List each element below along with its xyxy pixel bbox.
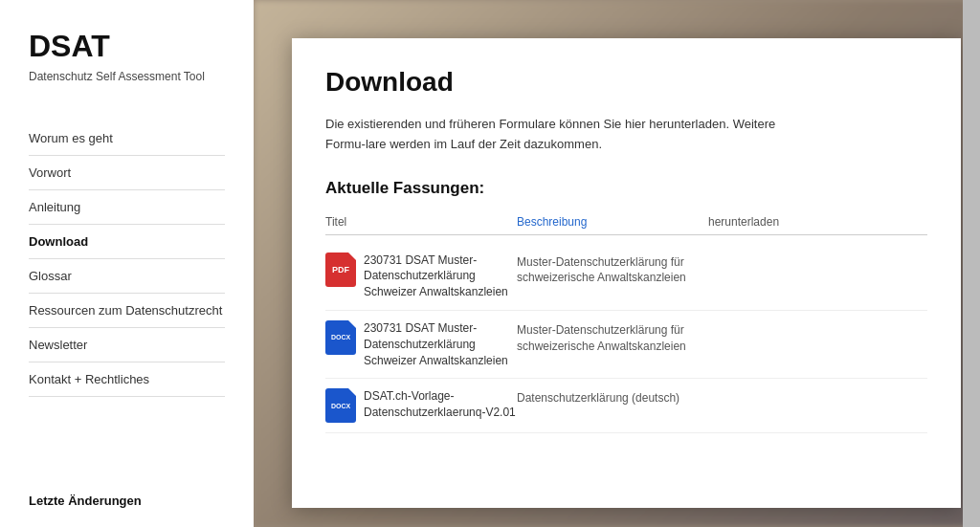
sidebar-item-glossar[interactable]: Glossar <box>29 259 225 294</box>
page-title: Download <box>325 67 927 98</box>
app-logo: DSAT <box>29 29 225 64</box>
col-description: Beschreibung <box>517 215 708 229</box>
file-entry-1: PDF 230731 DSAT Muster-Datenschutzerklär… <box>325 253 517 300</box>
table-row: DOCX 230731 DSAT Muster-Datenschutzerklä… <box>325 311 927 379</box>
sidebar-item-newsletter[interactable]: Newsletter <box>29 328 225 362</box>
sidebar-link-glossar[interactable]: Glossar <box>29 259 225 293</box>
file-name-3[interactable]: DSAT.ch-Vorlage-Datenschutzerklaerunq-V2… <box>364 388 517 421</box>
table-header: Titel Beschreibung herunterladen <box>325 209 927 235</box>
col-title: Titel <box>325 215 517 229</box>
sidebar-nav: Worum es geht Vorwort Anleitung Download… <box>29 121 225 397</box>
sidebar-link-newsletter[interactable]: Newsletter <box>29 328 225 362</box>
table-row: DOCX DSAT.ch-Vorlage-Datenschutzerklaeru… <box>325 379 927 433</box>
main-area: Download Die existierenden und früheren … <box>254 0 980 527</box>
file-desc-1: Muster-Datenschutzerklärung für schweize… <box>517 253 708 287</box>
doc-icon: DOCX <box>325 320 356 355</box>
file-entry-2: DOCX 230731 DSAT Muster-Datenschutzerklä… <box>325 320 517 368</box>
file-desc-2: Muster-Datenschutzerklärung für schweize… <box>517 320 708 355</box>
sidebar-item-kontakt[interactable]: Kontakt + Rechtliches <box>29 362 225 397</box>
sidebar-item-ressourcen[interactable]: Ressourcen zum Datenschutzrecht <box>29 294 225 328</box>
file-name-2[interactable]: 230731 DSAT Muster-Datenschutzerklärung … <box>364 320 517 368</box>
sidebar-link-kontakt[interactable]: Kontakt + Rechtliches <box>29 362 225 396</box>
file-entry-3: DOCX DSAT.ch-Vorlage-Datenschutzerklaeru… <box>325 388 517 423</box>
sidebar-item-vorwort[interactable]: Vorwort <box>29 156 225 190</box>
doc-label-2: DOCX <box>331 403 350 410</box>
doc-label: DOCX <box>331 334 350 341</box>
pdf-label: PDF <box>332 265 349 274</box>
sidebar-item-download[interactable]: Download <box>29 225 225 259</box>
table-row: PDF 230731 DSAT Muster-Datenschutzerklär… <box>325 243 927 311</box>
col-download: herunterladen <box>708 215 852 229</box>
pdf-icon: PDF <box>325 253 356 287</box>
right-edge <box>963 0 980 527</box>
sidebar-letzte-aenderungen: Letzte Änderungen <box>29 474 225 508</box>
sidebar-link-vorwort[interactable]: Vorwort <box>29 156 225 189</box>
sidebar-link-ressourcen[interactable]: Ressourcen zum Datenschutzrecht <box>29 294 225 327</box>
sidebar-link-worum[interactable]: Worum es geht <box>29 121 225 155</box>
content-card: Download Die existierenden und früheren … <box>292 38 961 508</box>
file-desc-3: Datenschutzerklärung (deutsch) <box>517 388 708 406</box>
sidebar-item-worum[interactable]: Worum es geht <box>29 121 225 156</box>
file-name-1[interactable]: 230731 DSAT Muster-Datenschutzerklärung … <box>364 253 517 300</box>
doc-icon-2: DOCX <box>325 388 356 423</box>
section-heading: Aktuelle Fassungen: <box>325 179 927 198</box>
app-tagline: Datenschutz Self Assessment Tool <box>29 70 225 83</box>
sidebar-link-anleitung[interactable]: Anleitung <box>29 190 225 224</box>
sidebar-item-anleitung[interactable]: Anleitung <box>29 190 225 225</box>
sidebar-link-download[interactable]: Download <box>29 225 225 258</box>
sidebar: DSAT Datenschutz Self Assessment Tool Wo… <box>0 0 254 527</box>
page-description: Die existierenden und früheren Formulare… <box>325 115 785 155</box>
